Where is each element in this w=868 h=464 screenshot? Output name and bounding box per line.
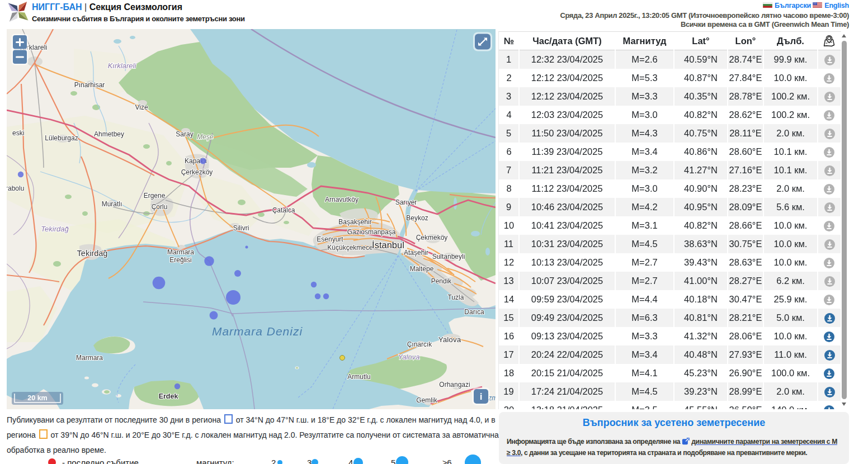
svg-text:rabolu: rabolu [7, 184, 24, 192]
svg-text:Meşe: Meşe [197, 133, 214, 141]
svg-text:Ahmetbey: Ahmetbey [94, 130, 124, 138]
svg-text:Erdek: Erdek [159, 392, 178, 400]
svg-text:İstanbul: İstanbul [372, 240, 404, 250]
svg-text:Tekirdağ: Tekirdağ [41, 225, 69, 233]
svg-text:Ataşehir: Ataşehir [404, 249, 428, 257]
svg-text:Gemlik: Gemlik [416, 396, 437, 404]
svg-text:Marmara: Marmara [76, 354, 103, 362]
svg-text:Çekmeköy: Çekmeköy [416, 234, 448, 242]
svg-text:Muratlı: Muratlı [102, 200, 122, 208]
svg-text:Saray: Saray [176, 130, 193, 138]
svg-text:Marmara Denizi: Marmara Denizi [212, 325, 303, 338]
svg-text:20 km: 20 km [27, 394, 47, 402]
svg-text:Küçükçekmece: Küçükçekmece [327, 244, 373, 252]
svg-text:Sarıyer: Sarıyer [395, 198, 417, 206]
svg-text:Ergene: Ergene [144, 192, 166, 200]
svg-text:Başakşehir: Başakşehir [338, 218, 371, 226]
svg-text:Tekirdağ: Tekirdağ [77, 249, 108, 258]
svg-text:Pınarhisar: Pınarhisar [74, 81, 105, 89]
svg-text:Armutlu: Armutlu [347, 373, 370, 381]
svg-text:Marmara: Marmara [167, 248, 194, 256]
svg-text:Darıca: Darıca [464, 308, 484, 316]
svg-text:Beykoz: Beykoz [406, 214, 428, 222]
svg-text:Sultanbeyli: Sultanbeyli [432, 253, 465, 261]
svg-text:Çorlu: Çorlu [152, 203, 168, 211]
svg-text:Esenyurt: Esenyurt [317, 235, 343, 243]
svg-text:Gaziosmanpaşa: Gaziosmanpaşa [347, 228, 396, 236]
svg-text:Silivri: Silivri [233, 224, 249, 232]
svg-text:Çerkezköy: Çerkezköy [181, 168, 213, 176]
svg-text:Lüleburgaz: Lüleburgaz [45, 134, 78, 142]
svg-text:i: i [480, 391, 483, 402]
svg-text:Maltepe: Maltepe [410, 265, 434, 273]
svg-text:Kırklareli: Kırklareli [108, 61, 137, 70]
svg-text:Arnavutköy: Arnavutköy [325, 196, 358, 203]
svg-text:Vize: Vize [135, 103, 148, 111]
svg-text:Orhangazi: Orhangazi [439, 381, 470, 389]
svg-text:Tuzla: Tuzla [448, 293, 464, 301]
svg-text:eski: eski [12, 129, 24, 137]
svg-text:Yalova: Yalova [438, 335, 461, 344]
svg-text:Pendik: Pendik [431, 277, 452, 285]
svg-text:Yalova: Yalova [398, 353, 420, 361]
svg-text:Ereğlisi: Ereğlisi [169, 256, 191, 264]
svg-text:Çatalca: Çatalca [272, 206, 295, 214]
svg-text:Çınarcık: Çınarcık [407, 340, 433, 348]
